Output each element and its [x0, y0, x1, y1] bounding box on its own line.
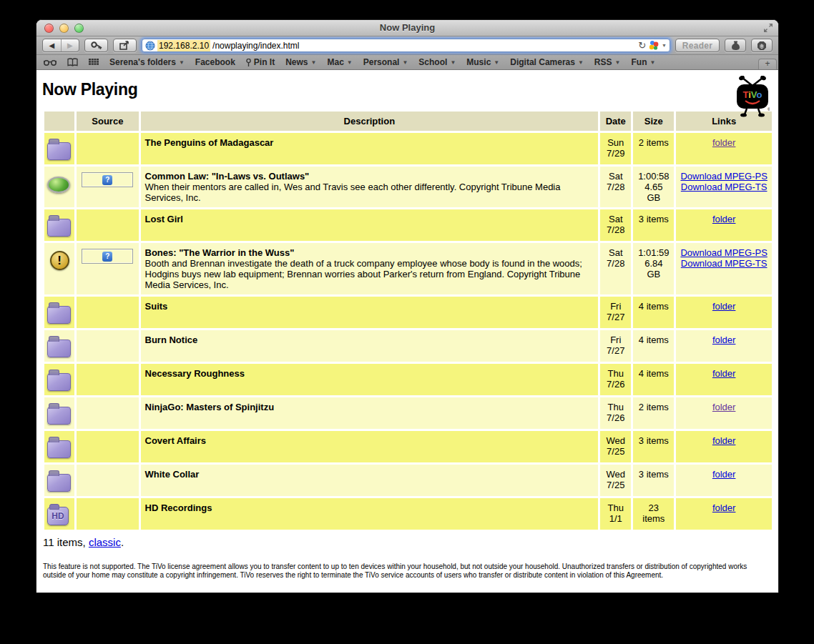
- bookmark-item-pin-it[interactable]: Pin It: [246, 57, 275, 67]
- row-icon-cell: !: [44, 243, 74, 294]
- folder-link[interactable]: folder: [712, 137, 736, 148]
- google-search-icon[interactable]: [648, 40, 659, 51]
- classic-view-link[interactable]: classic: [89, 536, 121, 548]
- bookmark-item-mac[interactable]: Mac▼: [327, 57, 352, 67]
- chevron-down-icon: ▼: [179, 59, 185, 66]
- table-row: Covert AffairsWed7/253 itemsfolder: [44, 431, 772, 462]
- chevron-down-icon: ▼: [402, 59, 408, 66]
- table-row: NinjaGo: Masters of SpinjitzuThu7/262 it…: [44, 397, 772, 429]
- folder-icon: [47, 340, 71, 357]
- now-playing-table: SourceDescriptionDateSizeLinks The Pengu…: [42, 109, 774, 532]
- row-icon-cell: [44, 431, 74, 462]
- folder-link[interactable]: folder: [712, 335, 736, 345]
- password-key-button[interactable]: [84, 39, 108, 52]
- source-cell: [77, 397, 138, 429]
- bookmark-item-school[interactable]: School▼: [418, 57, 456, 67]
- share-button[interactable]: [113, 39, 137, 52]
- folder-link[interactable]: folder: [712, 435, 736, 446]
- source-cell: [77, 431, 138, 462]
- show-title: Covert Affairs: [145, 435, 594, 446]
- size-cell: 23items: [633, 498, 674, 530]
- password-extension-button[interactable]: [725, 39, 746, 52]
- show-title: Bones: "The Warrior in the Wuss": [145, 247, 594, 258]
- download-link[interactable]: Download MPEG-TS: [681, 182, 768, 192]
- bookmark-item-serena-s-folders[interactable]: Serena's folders▼: [109, 57, 185, 67]
- bookmark-label: RSS: [594, 57, 612, 67]
- zoom-window-button[interactable]: [74, 24, 84, 33]
- folder-link[interactable]: folder: [712, 301, 736, 312]
- bookmark-label: Personal: [363, 57, 400, 67]
- bookmarks-bar: Serena's folders▼FacebookPin ItNews▼Mac▼…: [36, 55, 778, 70]
- page-content: Now Playing TiVo ® SourceDescriptionDate…: [36, 70, 778, 593]
- bookmark-label: Pin It: [254, 57, 275, 67]
- minimize-window-button[interactable]: [59, 24, 69, 33]
- episode-description: Booth and Brennan investigate the death …: [145, 258, 594, 290]
- size-cell: 4 items: [633, 297, 674, 328]
- fullscreen-icon[interactable]: [763, 23, 773, 33]
- browser-toolbar: ◀ ▶ 192.168.2.10/nowplaying/index.html ↻: [36, 36, 778, 55]
- forward-button[interactable]: ▶: [62, 39, 79, 51]
- folder-link[interactable]: folder: [712, 402, 736, 412]
- table-row: The Penguins of MadagascarSun7/292 items…: [44, 133, 772, 164]
- bookmark-item-news[interactable]: News▼: [285, 57, 316, 67]
- links-cell: folder: [676, 330, 772, 362]
- key-icon: [91, 41, 102, 50]
- reload-icon[interactable]: ↻: [638, 41, 646, 50]
- date-cell: Wed7/25: [600, 431, 631, 462]
- bookmark-item-rss[interactable]: RSS▼: [594, 57, 621, 67]
- legal-disclaimer: This feature is not supported. The TiVo …: [43, 563, 769, 580]
- bookmark-item-facebook[interactable]: Facebook: [195, 57, 235, 67]
- bookmark-item-digital-cameras[interactable]: Digital Cameras▼: [510, 57, 584, 67]
- description-cell: Suits: [141, 297, 599, 328]
- size-cell: 3 items: [633, 465, 674, 496]
- date-cell: Fri7/27: [600, 330, 631, 362]
- size-cell: 4 items: [633, 364, 674, 395]
- address-bar[interactable]: 192.168.2.10/nowplaying/index.html ↻ ▼: [142, 39, 670, 52]
- new-tab-button[interactable]: +: [758, 59, 777, 69]
- title-bar[interactable]: Now Playing: [36, 20, 778, 36]
- folder-icon: [47, 474, 71, 492]
- download-link[interactable]: Download MPEG-PS: [680, 171, 767, 182]
- search-engine-caret-icon[interactable]: ▼: [662, 43, 667, 48]
- summary-prefix: 11 items,: [43, 536, 89, 548]
- source-cell: [77, 209, 138, 241]
- hd-label: HD: [52, 511, 64, 521]
- bookmark-item-fun[interactable]: Fun▼: [631, 57, 655, 67]
- close-window-button[interactable]: [44, 24, 54, 33]
- bookmark-item-personal[interactable]: Personal▼: [363, 57, 408, 67]
- table-row: HDHD RecordingsThu1/123itemsfolder: [44, 498, 772, 530]
- reading-list-glasses-icon[interactable]: [44, 59, 57, 66]
- top-sites-grid-icon[interactable]: [89, 59, 99, 66]
- table-row: !?Bones: "The Warrior in the Wuss"Booth …: [44, 243, 772, 294]
- download-link[interactable]: Download MPEG-PS: [680, 247, 767, 258]
- bookmark-item-music[interactable]: Music▼: [466, 57, 499, 67]
- url-host: 192.168.2.10: [157, 40, 210, 51]
- table-row: SuitsFri7/274 itemsfolder: [44, 297, 772, 328]
- folder-link[interactable]: folder: [712, 214, 736, 224]
- folder-link[interactable]: folder: [712, 502, 736, 513]
- summary-suffix: .: [121, 536, 124, 548]
- chevron-down-icon: ▼: [494, 59, 499, 66]
- date-cell: Sat7/28: [600, 167, 631, 207]
- table-header-row: SourceDescriptionDateSizeLinks: [44, 112, 772, 131]
- date-cell: Thu7/26: [600, 397, 631, 429]
- adblock-extension-button[interactable]: [751, 39, 773, 52]
- download-link[interactable]: Download MPEG-TS: [681, 258, 768, 269]
- tivo-logo: TiVo ®: [735, 76, 770, 117]
- folder-icon: [47, 219, 71, 237]
- description-cell: Necessary Roughness: [141, 364, 599, 395]
- page-title: Now Playing: [42, 80, 773, 99]
- reader-button[interactable]: Reader: [675, 39, 720, 52]
- chevron-down-icon: ▼: [450, 59, 456, 66]
- back-button[interactable]: ◀: [43, 39, 62, 51]
- bookmark-label: Digital Cameras: [510, 57, 575, 67]
- folder-link[interactable]: folder: [712, 368, 736, 379]
- bookmark-label: Serena's folders: [109, 57, 176, 67]
- links-cell: Download MPEG-PSDownload MPEG-TS: [676, 167, 772, 207]
- row-icon-cell: [44, 330, 74, 362]
- folder-icon: [47, 142, 71, 160]
- folder-link[interactable]: folder: [712, 469, 736, 480]
- column-header-date: Date: [600, 112, 631, 131]
- bookmarks-book-icon[interactable]: [67, 58, 78, 66]
- url-path: /nowplaying/index.html: [212, 41, 299, 51]
